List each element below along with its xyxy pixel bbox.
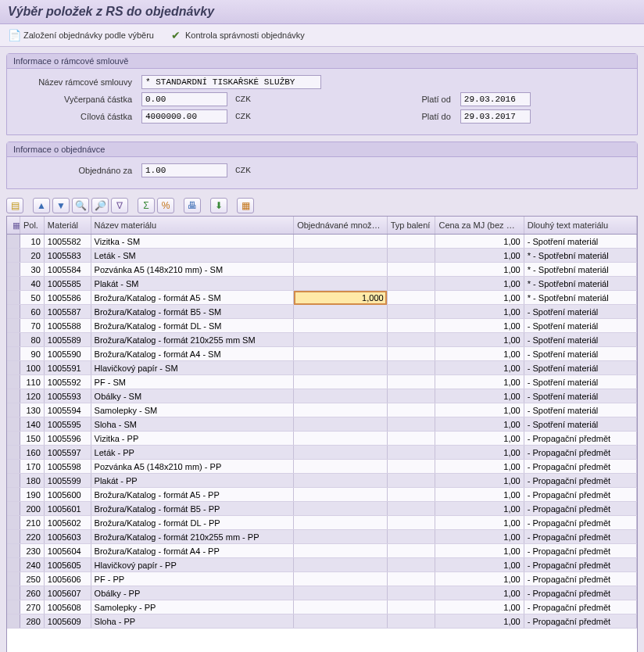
cell-quantity[interactable] bbox=[294, 319, 387, 333]
row-selector[interactable] bbox=[7, 277, 20, 291]
cell-quantity[interactable] bbox=[294, 572, 387, 586]
create-order-button[interactable]: 📄 Založení objednávky podle výběru bbox=[8, 29, 154, 41]
contract-name-field[interactable] bbox=[141, 75, 321, 89]
table-row[interactable]: 2501005606PF - PP1,00- Propagační předmě… bbox=[7, 572, 637, 586]
table-row[interactable]: 1901005600Brožura/Katalog - formát A5 - … bbox=[7, 488, 637, 502]
row-selector[interactable] bbox=[7, 375, 20, 389]
cell-quantity[interactable] bbox=[294, 586, 387, 600]
select-all-corner[interactable]: ▦ bbox=[7, 217, 20, 235]
row-selector[interactable] bbox=[7, 432, 20, 446]
table-row[interactable]: 2801005609Sloha - PP1,00- Propagační pře… bbox=[7, 614, 637, 629]
cell-quantity[interactable] bbox=[294, 558, 387, 572]
row-selector[interactable] bbox=[7, 263, 20, 277]
cell-quantity[interactable] bbox=[294, 488, 387, 502]
cell-quantity[interactable] bbox=[294, 263, 387, 277]
row-selector[interactable] bbox=[7, 572, 20, 586]
target-amount-field[interactable] bbox=[141, 109, 227, 124]
valid-to-field[interactable] bbox=[460, 109, 531, 124]
table-row[interactable]: 1801005599Plakát - PP1,00- Propagační př… bbox=[7, 474, 637, 488]
row-selector[interactable] bbox=[7, 417, 20, 432]
col-position[interactable]: Pol. bbox=[20, 217, 44, 235]
row-selector[interactable] bbox=[7, 235, 20, 249]
cell-quantity[interactable] bbox=[294, 389, 387, 403]
row-selector[interactable] bbox=[7, 446, 20, 460]
cell-quantity[interactable] bbox=[294, 403, 387, 417]
row-selector[interactable] bbox=[7, 291, 20, 305]
table-row[interactable]: 1001005591Hlavičkový papír - SM1,00- Spo… bbox=[7, 361, 637, 375]
print-icon[interactable]: 🖶 bbox=[184, 198, 201, 213]
cell-quantity[interactable] bbox=[294, 474, 387, 488]
export-icon[interactable]: ⬇ bbox=[210, 198, 227, 213]
col-quantity[interactable]: Objednávané množs… bbox=[294, 217, 387, 235]
cell-quantity[interactable] bbox=[294, 249, 387, 263]
row-selector[interactable] bbox=[7, 614, 20, 629]
valid-from-field[interactable] bbox=[460, 92, 531, 106]
cell-quantity[interactable] bbox=[294, 361, 387, 375]
table-row[interactable]: 701005588Brožura/Katalog - formát DL - S… bbox=[7, 319, 637, 333]
row-selector[interactable] bbox=[7, 474, 20, 488]
cell-quantity[interactable] bbox=[294, 333, 387, 347]
row-selector[interactable] bbox=[7, 586, 20, 600]
drawn-amount-field[interactable] bbox=[141, 92, 227, 106]
col-material[interactable]: Materiál bbox=[44, 217, 91, 235]
cell-quantity[interactable] bbox=[294, 375, 387, 389]
row-selector[interactable] bbox=[7, 530, 20, 544]
cell-quantity[interactable] bbox=[294, 277, 387, 291]
table-row[interactable]: 2001005601Brožura/Katalog - formát B5 - … bbox=[7, 502, 637, 516]
table-row[interactable]: 1101005592PF - SM1,00- Spotření materiál bbox=[7, 375, 637, 389]
table-row[interactable]: 801005589Brožura/Katalog - formát 210x25… bbox=[7, 333, 637, 347]
row-selector[interactable] bbox=[7, 544, 20, 558]
filter-icon[interactable]: ∇ bbox=[111, 198, 128, 213]
find-next-icon[interactable]: 🔎 bbox=[91, 198, 109, 213]
cell-quantity[interactable] bbox=[294, 417, 387, 432]
subtotal-icon[interactable]: % bbox=[157, 198, 174, 213]
table-row[interactable]: 2101005602Brožura/Katalog - formát DL - … bbox=[7, 516, 637, 530]
table-row[interactable]: 201005583Leták - SM1,00* - Spotřební mat… bbox=[7, 249, 637, 263]
cell-quantity[interactable] bbox=[294, 432, 387, 446]
cell-quantity[interactable] bbox=[294, 347, 387, 361]
row-selector[interactable] bbox=[7, 502, 20, 516]
cell-quantity[interactable] bbox=[294, 446, 387, 460]
table-row[interactable]: 2601005607Obálky - PP1,00- Propagační př… bbox=[7, 586, 637, 600]
row-selector[interactable] bbox=[7, 600, 20, 614]
row-selector[interactable] bbox=[7, 347, 20, 361]
table-row[interactable]: 2201005603Brožura/Katalog - formát 210x2… bbox=[7, 530, 637, 544]
ordered-for-field[interactable] bbox=[141, 163, 227, 177]
table-row[interactable]: 2301005604Brožura/Katalog - formát A4 - … bbox=[7, 544, 637, 558]
col-longtext[interactable]: Dlouhý text materiálu bbox=[524, 217, 636, 235]
check-order-button[interactable]: ✔ Kontrola správnosti objednávky bbox=[170, 29, 305, 41]
cell-quantity[interactable] bbox=[294, 305, 387, 319]
row-selector[interactable] bbox=[7, 333, 20, 347]
cell-quantity[interactable] bbox=[294, 544, 387, 558]
sort-desc-icon[interactable]: ▼ bbox=[52, 198, 70, 213]
find-icon[interactable]: 🔍 bbox=[72, 198, 89, 213]
cell-quantity[interactable] bbox=[294, 530, 387, 544]
cell-quantity[interactable]: 1,000 bbox=[294, 291, 387, 305]
row-selector[interactable] bbox=[7, 361, 20, 375]
row-selector[interactable] bbox=[7, 460, 20, 474]
col-packing[interactable]: Typ balení bbox=[387, 217, 435, 235]
cell-quantity[interactable] bbox=[294, 600, 387, 614]
cell-quantity[interactable] bbox=[294, 614, 387, 629]
row-selector[interactable] bbox=[7, 516, 20, 530]
cell-quantity[interactable] bbox=[294, 502, 387, 516]
cell-quantity[interactable] bbox=[294, 460, 387, 474]
sort-asc-icon[interactable]: ▲ bbox=[33, 198, 50, 213]
details-icon[interactable]: ▤ bbox=[6, 198, 23, 213]
table-row[interactable]: 1301005594Samolepky - SM1,00- Spotření m… bbox=[7, 403, 637, 417]
cell-quantity[interactable] bbox=[294, 235, 387, 249]
table-row[interactable]: 2401005605Hlavičkový papír - PP1,00- Pro… bbox=[7, 558, 637, 572]
table-row[interactable]: 401005585Plakát - SM1,00* - Spotřební ma… bbox=[7, 277, 637, 291]
col-price[interactable]: Cena za MJ (bez DPH) bbox=[435, 217, 524, 235]
row-selector[interactable] bbox=[7, 389, 20, 403]
table-row[interactable]: 1401005595Sloha - SM1,00- Spotření mater… bbox=[7, 417, 637, 432]
row-selector[interactable] bbox=[7, 488, 20, 502]
table-row[interactable]: 601005587Brožura/Katalog - formát B5 - S… bbox=[7, 305, 637, 319]
table-row[interactable]: 2701005608Samolepky - PP1,00- Propagační… bbox=[7, 600, 637, 614]
table-row[interactable]: 1501005596Vizitka - PP1,00- Propagační p… bbox=[7, 432, 637, 446]
table-row[interactable]: 1201005593Obálky - SM1,00- Spotření mate… bbox=[7, 389, 637, 403]
row-selector[interactable] bbox=[7, 403, 20, 417]
table-row[interactable]: 301005584Pozvánka A5 (148x210 mm) - SM1,… bbox=[7, 263, 637, 277]
table-row[interactable]: 1601005597Leták - PP1,00- Propagační pře… bbox=[7, 446, 637, 460]
col-name[interactable]: Název materiálu bbox=[91, 217, 294, 235]
